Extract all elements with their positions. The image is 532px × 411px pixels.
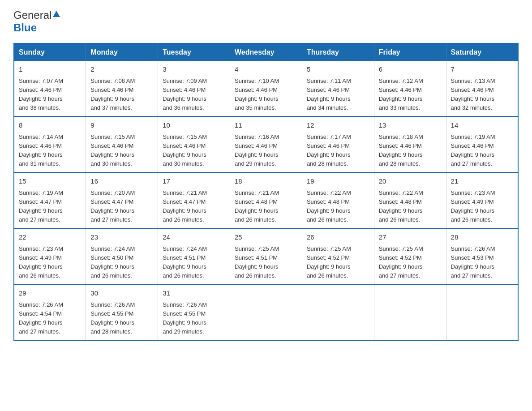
day-info: Sunrise: 7:08 AMSunset: 4:46 PMDaylight:… — [90, 77, 135, 111]
calendar-cell: 27 Sunrise: 7:25 AMSunset: 4:52 PMDaylig… — [374, 228, 446, 284]
day-number: 30 — [90, 288, 153, 299]
weekday-header-saturday: Saturday — [446, 43, 518, 61]
weekday-header-wednesday: Wednesday — [230, 43, 302, 61]
calendar-cell: 5 Sunrise: 7:11 AMSunset: 4:46 PMDayligh… — [302, 61, 374, 116]
calendar-cell: 24 Sunrise: 7:24 AMSunset: 4:51 PMDaylig… — [158, 228, 230, 284]
day-info: Sunrise: 7:26 AMSunset: 4:55 PMDaylight:… — [90, 301, 135, 335]
day-info: Sunrise: 7:20 AMSunset: 4:47 PMDaylight:… — [90, 189, 135, 223]
day-number: 9 — [90, 120, 153, 131]
calendar-cell: 25 Sunrise: 7:25 AMSunset: 4:51 PMDaylig… — [230, 228, 302, 284]
weekday-header-sunday: Sunday — [14, 43, 86, 61]
day-info: Sunrise: 7:19 AMSunset: 4:46 PMDaylight:… — [451, 133, 495, 167]
calendar-cell: 29 Sunrise: 7:26 AMSunset: 4:54 PMDaylig… — [14, 284, 86, 340]
day-info: Sunrise: 7:25 AMSunset: 4:52 PMDaylight:… — [307, 245, 351, 279]
calendar-cell: 10 Sunrise: 7:15 AMSunset: 4:46 PMDaylig… — [158, 116, 230, 172]
day-info: Sunrise: 7:26 AMSunset: 4:55 PMDaylight:… — [163, 301, 207, 335]
calendar-week-row-4: 22 Sunrise: 7:23 AMSunset: 4:49 PMDaylig… — [14, 228, 518, 284]
calendar-cell: 17 Sunrise: 7:21 AMSunset: 4:47 PMDaylig… — [158, 172, 230, 228]
day-number: 24 — [163, 232, 225, 243]
calendar-cell: 19 Sunrise: 7:22 AMSunset: 4:48 PMDaylig… — [302, 172, 374, 228]
day-number: 8 — [19, 120, 81, 131]
calendar-cell: 6 Sunrise: 7:12 AMSunset: 4:46 PMDayligh… — [374, 61, 446, 116]
day-number: 6 — [379, 64, 442, 75]
day-info: Sunrise: 7:10 AMSunset: 4:46 PMDaylight:… — [235, 77, 279, 111]
day-number: 13 — [379, 120, 442, 131]
calendar-cell: 16 Sunrise: 7:20 AMSunset: 4:47 PMDaylig… — [86, 172, 158, 228]
day-number: 25 — [235, 232, 297, 243]
day-info: Sunrise: 7:18 AMSunset: 4:46 PMDaylight:… — [379, 133, 423, 167]
calendar-cell: 31 Sunrise: 7:26 AMSunset: 4:55 PMDaylig… — [158, 284, 230, 340]
weekday-header-row: SundayMondayTuesdayWednesdayThursdayFrid… — [14, 43, 518, 61]
day-info: Sunrise: 7:24 AMSunset: 4:50 PMDaylight:… — [90, 245, 135, 279]
day-number: 10 — [163, 120, 225, 131]
calendar-week-row-3: 15 Sunrise: 7:19 AMSunset: 4:47 PMDaylig… — [14, 172, 518, 228]
day-info: Sunrise: 7:23 AMSunset: 4:49 PMDaylight:… — [451, 189, 495, 223]
calendar-week-row-2: 8 Sunrise: 7:14 AMSunset: 4:46 PMDayligh… — [14, 116, 518, 172]
day-number: 15 — [19, 176, 81, 187]
day-info: Sunrise: 7:13 AMSunset: 4:46 PMDaylight:… — [451, 77, 495, 111]
calendar-week-row-1: 1 Sunrise: 7:07 AMSunset: 4:46 PMDayligh… — [14, 61, 518, 116]
day-number: 23 — [90, 232, 153, 243]
day-info: Sunrise: 7:24 AMSunset: 4:51 PMDaylight:… — [163, 245, 207, 279]
day-info: Sunrise: 7:22 AMSunset: 4:48 PMDaylight:… — [307, 189, 351, 223]
day-number: 14 — [451, 120, 513, 131]
day-number: 22 — [19, 232, 81, 243]
day-info: Sunrise: 7:22 AMSunset: 4:48 PMDaylight:… — [379, 189, 423, 223]
day-number: 29 — [19, 288, 81, 299]
day-number: 20 — [379, 176, 442, 187]
weekday-header-friday: Friday — [374, 43, 446, 61]
day-number: 17 — [163, 176, 225, 187]
weekday-header-tuesday: Tuesday — [158, 43, 230, 61]
day-number: 16 — [90, 176, 153, 187]
calendar-cell: 23 Sunrise: 7:24 AMSunset: 4:50 PMDaylig… — [86, 228, 158, 284]
day-number: 26 — [307, 232, 369, 243]
calendar-cell: 7 Sunrise: 7:13 AMSunset: 4:46 PMDayligh… — [446, 61, 518, 116]
day-number: 27 — [379, 232, 442, 243]
day-info: Sunrise: 7:25 AMSunset: 4:51 PMDaylight:… — [235, 245, 279, 279]
day-info: Sunrise: 7:09 AMSunset: 4:46 PMDaylight:… — [163, 77, 207, 111]
day-info: Sunrise: 7:26 AMSunset: 4:53 PMDaylight:… — [451, 245, 495, 279]
calendar-cell: 2 Sunrise: 7:08 AMSunset: 4:46 PMDayligh… — [86, 61, 158, 116]
day-info: Sunrise: 7:15 AMSunset: 4:46 PMDaylight:… — [90, 133, 135, 167]
calendar-cell: 21 Sunrise: 7:23 AMSunset: 4:49 PMDaylig… — [446, 172, 518, 228]
calendar-cell: 9 Sunrise: 7:15 AMSunset: 4:46 PMDayligh… — [86, 116, 158, 172]
calendar-cell: 30 Sunrise: 7:26 AMSunset: 4:55 PMDaylig… — [86, 284, 158, 340]
day-info: Sunrise: 7:16 AMSunset: 4:46 PMDaylight:… — [235, 133, 279, 167]
calendar-cell: 20 Sunrise: 7:22 AMSunset: 4:48 PMDaylig… — [374, 172, 446, 228]
day-info: Sunrise: 7:11 AMSunset: 4:46 PMDaylight:… — [307, 77, 351, 111]
day-info: Sunrise: 7:25 AMSunset: 4:52 PMDaylight:… — [379, 245, 423, 279]
calendar-cell: 3 Sunrise: 7:09 AMSunset: 4:46 PMDayligh… — [158, 61, 230, 116]
day-info: Sunrise: 7:23 AMSunset: 4:49 PMDaylight:… — [19, 245, 63, 279]
day-number: 21 — [451, 176, 513, 187]
logo-general-text: General — [13, 9, 51, 21]
day-number: 5 — [307, 64, 369, 75]
day-number: 12 — [307, 120, 369, 131]
day-info: Sunrise: 7:26 AMSunset: 4:54 PMDaylight:… — [19, 301, 63, 335]
calendar-week-row-5: 29 Sunrise: 7:26 AMSunset: 4:54 PMDaylig… — [14, 284, 518, 340]
logo: General Blue — [13, 9, 60, 34]
day-number: 31 — [163, 288, 225, 299]
calendar-cell — [446, 284, 518, 340]
day-number: 3 — [163, 64, 225, 75]
calendar-cell — [302, 284, 374, 340]
day-info: Sunrise: 7:07 AMSunset: 4:46 PMDaylight:… — [19, 77, 63, 111]
day-number: 11 — [235, 120, 297, 131]
calendar-table: SundayMondayTuesdayWednesdayThursdayFrid… — [13, 43, 519, 341]
calendar-cell: 11 Sunrise: 7:16 AMSunset: 4:46 PMDaylig… — [230, 116, 302, 172]
calendar-cell: 18 Sunrise: 7:21 AMSunset: 4:48 PMDaylig… — [230, 172, 302, 228]
day-number: 19 — [307, 176, 369, 187]
calendar-cell: 22 Sunrise: 7:23 AMSunset: 4:49 PMDaylig… — [14, 228, 86, 284]
day-info: Sunrise: 7:12 AMSunset: 4:46 PMDaylight:… — [379, 77, 423, 111]
day-info: Sunrise: 7:19 AMSunset: 4:47 PMDaylight:… — [19, 189, 63, 223]
calendar-cell: 28 Sunrise: 7:26 AMSunset: 4:53 PMDaylig… — [446, 228, 518, 284]
day-number: 28 — [451, 232, 513, 243]
day-number: 7 — [451, 64, 513, 75]
day-info: Sunrise: 7:14 AMSunset: 4:46 PMDaylight:… — [19, 133, 63, 167]
weekday-header-monday: Monday — [86, 43, 158, 61]
calendar-cell — [374, 284, 446, 340]
logo-triangle-icon — [52, 10, 60, 20]
day-number: 1 — [19, 64, 81, 75]
calendar-cell: 4 Sunrise: 7:10 AMSunset: 4:46 PMDayligh… — [230, 61, 302, 116]
logo-blue-text: Blue — [13, 21, 37, 34]
calendar-cell: 8 Sunrise: 7:14 AMSunset: 4:46 PMDayligh… — [14, 116, 86, 172]
